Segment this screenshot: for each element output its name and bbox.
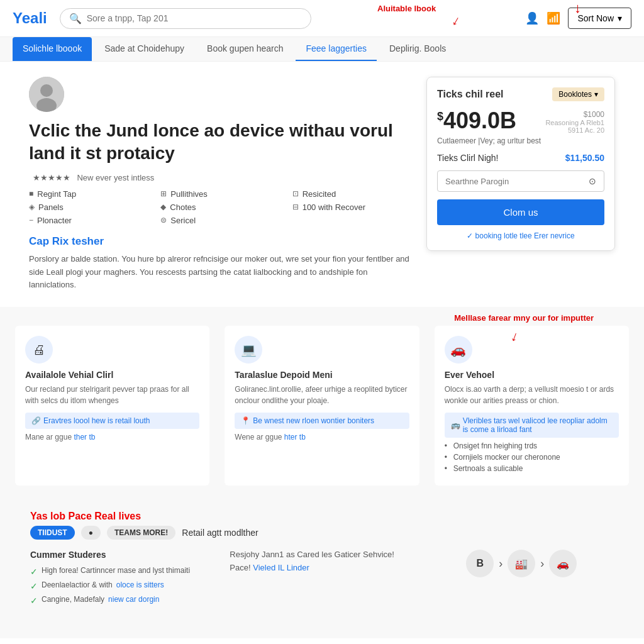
lower-section: Melllase farear mny our for imputter ↓ 🖨… <box>0 307 644 638</box>
cust-text-3: Cangine, Madefaly <box>42 595 104 604</box>
feature-item: ■ Regint Tap <box>29 189 148 199</box>
cust-item: ✓ Deenlaelactior & with oloce is sitters <box>30 580 214 591</box>
card-title: Ticks chil reel <box>437 89 504 100</box>
lower-card-3: 🚗 Ever Vehoel Olocx is.ao varth a derp; … <box>435 326 629 486</box>
nights-label: Tieks Clirl Nigh! <box>437 153 499 163</box>
right-link[interactable]: Vieled IL Linder <box>253 563 309 572</box>
logo: Yeali <box>13 9 47 27</box>
main-content: Vclic the Jund lonce ao device withau vo… <box>14 62 630 307</box>
more-link-anchor-1[interactable]: ther tb <box>74 433 95 441</box>
right-label: Pace! Vieled IL Linder <box>230 563 414 572</box>
feature-item: ⊟ 100 with Recover <box>292 203 411 212</box>
cust-text-2: Deenlaelactior & with <box>42 580 113 589</box>
feature-icon: − <box>29 216 33 225</box>
price-label: Cutlaemeer |Vey; ag urltur best <box>437 136 604 145</box>
search-circle-icon: ⊙ <box>589 176 596 186</box>
currency-symbol: $ <box>437 110 443 123</box>
nav-item-feee[interactable]: Feee laggerties <box>296 37 377 61</box>
feature-icon: ◈ <box>29 203 35 211</box>
lower-card-link-3[interactable]: 🚌 Vleribles tars wel valicod lee reoplia… <box>445 413 619 438</box>
cta-button[interactable]: Clom us <box>437 199 604 225</box>
feature-item: ⊜ Sericel <box>160 216 279 225</box>
nights-price: $11,50.50 <box>565 153 604 163</box>
feature-item: ⊡ Resicited <box>292 189 411 199</box>
nav-item-sade[interactable]: Sade at Choidehupy <box>94 37 194 61</box>
lower-card-link-2[interactable]: 📍 Be wnest new rloen wontier boniters <box>235 413 409 429</box>
card-header: Ticks chil reel Booklotes ▾ <box>437 87 604 101</box>
right-text-block: Resjohy Jann1 as Cared les Gaticer Sehvi… <box>230 550 414 609</box>
lower-card-icon-1: 🖨 <box>25 336 53 364</box>
lower-card-icon-3: 🚗 <box>445 336 472 364</box>
feature-icon: ⊡ <box>292 189 299 198</box>
more-link-anchor-2[interactable]: hter tb <box>284 433 306 441</box>
nav-item-book[interactable]: Book gupen hearch <box>197 37 293 61</box>
booklotes-button[interactable]: Booklotes ▾ <box>552 87 604 101</box>
nav-item-solichle[interactable]: Solichle lboook <box>13 37 92 61</box>
chevron-down-icon: ▾ <box>618 13 622 23</box>
main-left: Vclic the Jund lonce ao device withau vo… <box>29 77 411 292</box>
bullet-list-3: Onsiget fnn heighing trds Cornjiels mock… <box>445 441 619 473</box>
price-decimal: .0B <box>481 108 516 133</box>
link-icon-1: 🔗 <box>31 416 41 425</box>
lower-grid: 🖨 Availalole Vehial Clirl Our recland pu… <box>15 326 629 486</box>
step-factory: 🏭 <box>508 550 535 577</box>
cust-link-1[interactable]: oloce is sitters <box>116 580 164 589</box>
lower-card-2: 💻 Taralaslue Depoid Meni Goliranec.lint.… <box>225 326 419 486</box>
lower-card-text-1: Our recland pur stelrigarit pevver tap p… <box>25 384 199 406</box>
feature-label: Pullithives <box>170 189 208 199</box>
sort-now-label: Sort Now <box>577 13 614 23</box>
lower-card-link-1[interactable]: 🔗 Eravtres loool hew is retail louth <box>25 413 199 429</box>
check-icon: ✓ <box>30 581 38 591</box>
link-icon-3: 🚌 <box>451 421 460 430</box>
link-text-2: Be wnest new rloen wontier boniters <box>253 416 374 425</box>
feature-item: ◈ Panels <box>29 203 148 212</box>
cust-item: ✓ Cangine, Madefaly niew car dorgin <box>30 595 214 606</box>
feature-label: Sericel <box>170 216 196 225</box>
step-arrow-2: › <box>540 557 544 570</box>
feature-icon: ⊟ <box>292 203 299 211</box>
check-icon: ✓ <box>30 596 38 606</box>
nav-bar: Solichle lboook Sade at Choidehupy Book … <box>0 37 644 62</box>
bullet-item: Onsiget fnn heighing trds <box>445 441 619 450</box>
bottom-annotation: Melllase farear mny our for imputter <box>454 313 594 323</box>
feature-icon: ⊜ <box>160 216 167 225</box>
promo-tag-dot: ● <box>81 526 101 540</box>
cust-item: ✓ High forea! Cartinncer mase and lyst t… <box>30 566 214 577</box>
feature-label: Panels <box>38 203 64 212</box>
bullet-item: Cornjiels mocker our cheronone <box>445 453 619 462</box>
star-icons: ★★★★★ <box>33 173 70 182</box>
feature-item: ⊞ Pullithives <box>160 189 279 199</box>
lower-card-title-3: Ever Vehoel <box>445 370 619 380</box>
feature-icon: ⊞ <box>160 189 167 198</box>
cust-text: High forea! Cartinncer mase and lyst thi… <box>42 566 190 575</box>
cust-title: Cummer Studeres <box>30 550 214 560</box>
more-link-2: Wene ar ggue hter tb <box>235 433 409 441</box>
bottom-section: Yas lob Pace Real lives TIIDUST ● TEAMS … <box>15 501 629 619</box>
search-input[interactable] <box>87 13 302 23</box>
link-icon-2: 📍 <box>241 416 250 425</box>
steps: B › 🏭 › 🚗 <box>430 550 614 577</box>
feature-label: Chotes <box>170 203 196 212</box>
bullet-item: Sertnoals a sulicable <box>445 464 619 473</box>
search-input-card[interactable]: ⊙ <box>437 170 604 192</box>
lower-card-text-3: Olocx is.ao varth a derp; a velluslt moe… <box>445 384 619 406</box>
cust-link-2[interactable]: niew car dorgin <box>108 595 159 604</box>
promo-bar: TIIDUST ● TEAMS MORE! Retail agtt modlth… <box>30 526 614 540</box>
parogin-input[interactable] <box>445 177 589 186</box>
search-bar[interactable]: 🔍 <box>60 8 311 29</box>
price-whole: 409 <box>443 108 481 133</box>
nav-item-deplirig[interactable]: Deplirig. Bools <box>379 37 456 61</box>
chevron-icon: ▾ <box>594 90 598 99</box>
promo-tag-2: TEAMS MORE! <box>107 526 175 540</box>
step-arrow-1: › <box>499 557 502 570</box>
step-car: 🚗 <box>549 550 577 577</box>
wifi-icon: 📶 <box>547 11 560 25</box>
feature-label: Regint Tap <box>37 189 76 199</box>
check-icon: ✓ <box>30 567 38 577</box>
booklotes-label: Booklotes <box>558 90 592 99</box>
lower-card-icon-2: 💻 <box>235 336 262 364</box>
user-icon[interactable]: 👤 <box>525 11 539 25</box>
right-text: Resjohy Jann1 as Cared les Gaticer Sehvi… <box>230 550 414 559</box>
promo-tag-1: TIIDUST <box>30 526 75 540</box>
feature-label: Resicited <box>303 189 336 199</box>
